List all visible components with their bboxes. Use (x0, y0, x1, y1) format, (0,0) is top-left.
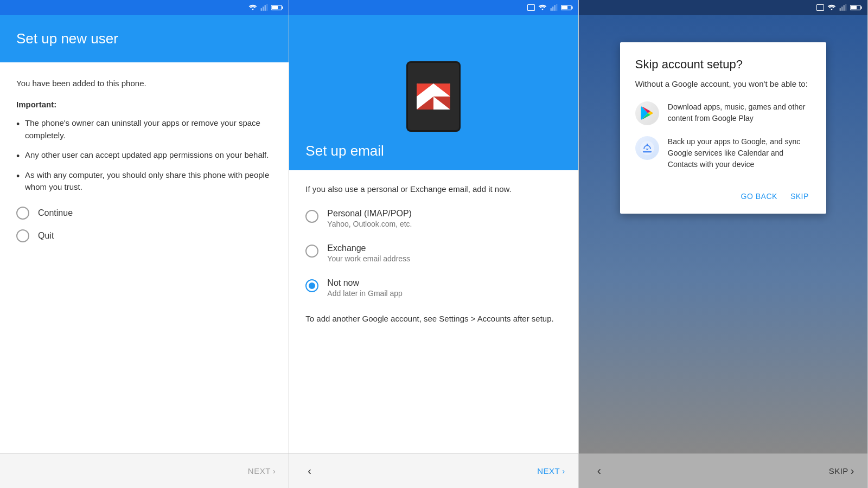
chevron-left-icon: ‹ (308, 465, 311, 477)
wifi-icon-3 (827, 4, 836, 11)
panel-skip-account: Skip account setup? Without a Google acc… (579, 0, 868, 488)
option-quit-label: Quit (38, 231, 54, 241)
option-continue[interactable]: Continue (16, 207, 272, 220)
back-button-2[interactable]: ‹ (302, 465, 317, 477)
status-bar-2 (289, 0, 578, 15)
svg-rect-14 (840, 8, 841, 11)
signal-icon-3 (839, 4, 847, 11)
svg-rect-7 (550, 8, 551, 11)
svg-rect-16 (844, 5, 845, 10)
svg-rect-0 (261, 8, 262, 11)
backup-logo (640, 140, 655, 156)
panel1-bullets: The phone's owner can uninstall your app… (16, 117, 272, 194)
panel1-important-label: Important: (16, 99, 272, 111)
svg-rect-9 (554, 5, 555, 10)
wifi-icon (248, 4, 257, 11)
option-personal-text: Personal (IMAP/POP) Yahoo, Outlook.com, … (327, 209, 412, 228)
go-back-button[interactable]: GO BACK (739, 188, 780, 205)
panel3-top-area: Skip account setup? Without a Google acc… (579, 15, 867, 453)
skip-footer-button[interactable]: SKIP › (829, 465, 854, 477)
svg-rect-10 (556, 4, 557, 11)
signal-icon (260, 4, 268, 11)
dialog-item-backup: Back up your apps to Google, and sync Go… (635, 136, 811, 170)
dialog-item-play: Download apps, music, games and other co… (635, 101, 811, 125)
option-exchange-subtitle: Your work email address (327, 254, 410, 263)
option-exchange-title: Exchange (327, 243, 410, 253)
radio-not-now[interactable] (305, 279, 318, 292)
option-exchange[interactable]: Exchange Your work email address (305, 243, 561, 263)
dialog-item-backup-text: Back up your apps to Google, and sync Go… (668, 136, 811, 170)
svg-rect-15 (841, 7, 843, 11)
chevron-right-icon-2: › (562, 466, 565, 476)
panel2-header-area (289, 15, 578, 132)
option-quit[interactable]: Quit (16, 229, 272, 242)
bullet-3: As with any computer, you should only sh… (16, 169, 272, 194)
svg-rect-19 (860, 7, 861, 9)
radio-personal[interactable] (305, 210, 318, 223)
panel-setup-new-user: Set up new user You have been added to t… (0, 0, 289, 488)
wifi-icon-2 (538, 4, 547, 11)
option-personal-subtitle: Yahoo, Outlook.com, etc. (327, 220, 412, 228)
svg-rect-1 (263, 7, 264, 11)
panel2-footer-split: ‹ NEXT › (302, 465, 565, 477)
radio-exchange[interactable] (305, 245, 318, 258)
panel2-intro: If you also use a personal or Exchange e… (305, 183, 561, 196)
chevron-right-icon: › (273, 466, 276, 476)
image-icon-2 (527, 4, 535, 11)
skip-dialog-button[interactable]: SKIP (788, 188, 811, 205)
panel2-title-banner: Set up email (289, 132, 578, 170)
panel1-header: Set up new user (0, 15, 289, 62)
next-button-1[interactable]: NEXT › (248, 466, 276, 476)
status-bar-1 (0, 0, 289, 15)
option-personal[interactable]: Personal (IMAP/POP) Yahoo, Outlook.com, … (305, 209, 561, 228)
chevron-left-icon-3: ‹ (597, 464, 601, 478)
backup-icon (635, 136, 659, 160)
image-icon-3 (816, 4, 824, 11)
svg-rect-5 (282, 7, 283, 9)
option-not-now-title: Not now (327, 278, 403, 288)
svg-rect-20 (851, 6, 857, 10)
option-personal-title: Personal (IMAP/POP) (327, 209, 412, 219)
option-exchange-text: Exchange Your work email address (327, 243, 410, 263)
panel-setup-email: Set up email If you also use a personal … (289, 0, 578, 488)
play-store-logo (640, 106, 655, 121)
battery-icon-3 (850, 4, 862, 11)
option-continue-label: Continue (38, 208, 73, 218)
bullet-2: Any other user can accept updated app pe… (16, 149, 272, 162)
chevron-right-icon-3: › (851, 465, 854, 477)
option-not-now-subtitle: Add later in Gmail app (327, 289, 403, 298)
battery-icon-2 (561, 4, 573, 11)
panel1-title: Set up new user (16, 30, 272, 47)
radio-continue[interactable] (16, 207, 29, 220)
gmail-tablet-icon (406, 61, 461, 132)
panel2-title: Set up email (305, 143, 561, 159)
battery-icon (271, 4, 283, 11)
next-button-2[interactable]: NEXT › (537, 466, 565, 476)
svg-rect-2 (265, 5, 266, 10)
panel1-body: You have been added to this phone. Impor… (0, 62, 289, 453)
svg-rect-13 (561, 6, 567, 10)
panel3-footer-split: ‹ SKIP › (592, 464, 854, 478)
panel2-body: If you also use a personal or Exchange e… (289, 170, 578, 453)
dialog-intro: Without a Google account, you won't be a… (635, 78, 811, 91)
option-not-now[interactable]: Not now Add later in Gmail app (305, 278, 561, 298)
signal-icon-2 (550, 4, 558, 11)
panel2-footer: ‹ NEXT › (289, 453, 578, 488)
panel1-footer: NEXT › (0, 453, 289, 488)
panel1-intro: You have been added to this phone. (16, 78, 272, 90)
svg-rect-17 (845, 4, 846, 11)
panel2-footer-note: To add another Google account, see Setti… (305, 313, 561, 325)
svg-rect-12 (571, 7, 572, 9)
radio-quit[interactable] (16, 229, 29, 242)
dialog-item-play-text: Download apps, music, games and other co… (668, 101, 811, 124)
option-not-now-text: Not now Add later in Gmail app (327, 278, 403, 298)
dialog-actions: GO BACK SKIP (635, 181, 811, 205)
bullet-1: The phone's owner can uninstall your app… (16, 117, 272, 142)
dialog-title: Skip account setup? (635, 57, 811, 72)
back-button-3[interactable]: ‹ (592, 464, 607, 478)
panel3-footer: ‹ SKIP › (579, 453, 867, 488)
status-bar-3 (579, 0, 867, 15)
svg-rect-3 (266, 4, 267, 11)
svg-rect-6 (272, 6, 278, 10)
play-store-icon (635, 101, 659, 125)
